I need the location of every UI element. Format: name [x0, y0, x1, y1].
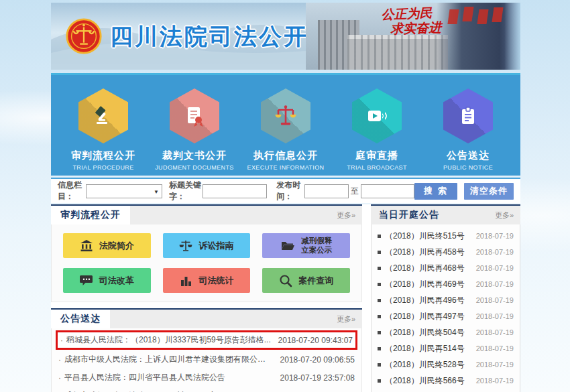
- case-date: 2018-07-19: [476, 280, 514, 288]
- tile-label-en: PUBLIC NOTICE: [424, 164, 512, 171]
- gavel-icon: [91, 104, 115, 128]
- list-item[interactable]: （2018）川民终566号 2018-07-19: [378, 373, 514, 389]
- nav-tile-trial-broadcast[interactable]: 庭审直播 TRIAL BROADCAST: [333, 88, 421, 176]
- case-number: （2018）川民再497号: [385, 311, 465, 322]
- case-date: 2018-07-19: [476, 361, 514, 369]
- banner-fade: [504, 3, 520, 70]
- scales-icon: [273, 103, 298, 129]
- hearings-list: （2018）川民终515号 2018-07-19 （2018）川民再458号 2…: [371, 224, 520, 392]
- case-date: 2018-07-19: [476, 248, 514, 256]
- button-label: 司法改革: [99, 275, 134, 287]
- keyword-label: 标题关键字：: [169, 180, 203, 202]
- tab-trial-procedure[interactable]: 审判流程公开: [51, 206, 130, 224]
- bullet-square-icon: [378, 331, 381, 334]
- court-intro-button[interactable]: 法院简介: [63, 233, 151, 258]
- button-label: 法院简介: [99, 240, 134, 252]
- search-bar: 信息栏目： ▼ 标题关键字： 发布时间： 至 搜 索 清空条件: [51, 179, 520, 203]
- list-item[interactable]: （2018）川民终528号 2018-07-19: [378, 356, 514, 373]
- judicial-statistics-button[interactable]: 司法统计: [163, 268, 251, 293]
- category-select[interactable]: [86, 184, 162, 198]
- bullet-square-icon: [378, 283, 381, 286]
- tab-public-notice[interactable]: 公告送达: [51, 310, 110, 328]
- bullet-square-icon: [378, 299, 381, 302]
- keyword-input[interactable]: [203, 184, 267, 198]
- panel-header: 公告送达 更多»: [51, 308, 362, 328]
- hex-badge: [261, 88, 310, 143]
- list-item[interactable]: （2018）川民终504号 2018-07-19: [378, 324, 514, 340]
- case-number: （2018）川民再458号: [385, 247, 465, 258]
- search-button[interactable]: 搜 索: [414, 183, 457, 200]
- button-label: 司法统计: [198, 275, 233, 287]
- tile-label-en: TRIAL PROCEDURE: [59, 164, 148, 171]
- bullet-square-icon: [378, 379, 381, 383]
- panel-title: 当日开庭公告: [371, 206, 439, 224]
- tile-label-en: TRIAL BROADCAST: [333, 164, 421, 171]
- bullet-square-icon: [378, 235, 381, 238]
- case-number: （2018）川民再468号: [385, 263, 465, 274]
- case-date: 2018-07-19: [476, 264, 514, 272]
- case-query-button[interactable]: 案件查询: [262, 268, 350, 293]
- parole-filing-button[interactable]: 减刑假释 立案公示: [262, 233, 350, 258]
- page-container: 四川法院司法公开网 公正为民 求实奋进: [51, 0, 520, 392]
- court-building-icon: [80, 239, 93, 253]
- tile-label-cn: 裁判文书公开: [150, 149, 239, 162]
- case-date: 2018-07-19: [476, 296, 514, 304]
- case-date: 2018-07-19: [476, 312, 514, 320]
- list-item[interactable]: （2018）川民再458号 2018-07-19: [378, 244, 514, 260]
- more-link[interactable]: 更多»: [337, 314, 362, 324]
- clear-conditions-button[interactable]: 清空条件: [464, 183, 514, 200]
- bullet-square-icon: [378, 315, 381, 318]
- case-number: （2018）川民再469号: [385, 279, 465, 290]
- nav-tile-trial-procedure[interactable]: 审判流程公开 TRIAL PROCEDURE: [59, 88, 148, 176]
- case-number: （2018）川民终504号: [385, 327, 465, 338]
- list-item[interactable]: · 成都市武侯区人民法院：(2018)川0107民初6041号... 2018-…: [56, 387, 357, 392]
- tile-label-en: JUDGMENT DOCUMENTS: [150, 164, 239, 171]
- list-item[interactable]: （2018）川民再469号 2018-07-19: [378, 276, 514, 292]
- nav-tile-judgment-documents[interactable]: 裁判文书公开 JUDGMENT DOCUMENTS: [150, 88, 239, 176]
- more-link[interactable]: 更多»: [337, 210, 362, 220]
- date-from-input[interactable]: [304, 184, 349, 198]
- video-camera-icon: [364, 103, 390, 129]
- more-link[interactable]: 更多»: [495, 210, 520, 220]
- hex-badge: [78, 88, 128, 143]
- list-item[interactable]: （2018）川民再514号 2018-07-19: [378, 340, 514, 356]
- tile-label-cn: 执行信息公开: [241, 149, 330, 162]
- folder-icon: [280, 239, 295, 253]
- nav-tile-execute-information[interactable]: 执行信息公开 EXECUTE INFORMATION: [241, 88, 330, 176]
- list-item[interactable]: （2018）川民再496号 2018-07-19: [378, 292, 514, 308]
- scales-icon: [179, 239, 192, 253]
- list-item-highlighted[interactable]: · 稻城县人民法院：（2018）川3337民初59号原告彭措格... 2018-…: [56, 330, 357, 350]
- date-to-input[interactable]: [361, 184, 414, 198]
- list-item[interactable]: · 成都市中级人民法院：上诉人四川君羊建设集团有限公司与被上诉... 2018-…: [56, 350, 357, 369]
- tile-label-cn: 审判流程公开: [59, 149, 148, 162]
- today-hearings-panel: 当日开庭公告 更多» （2018）川民终515号 2018-07-19 （201…: [371, 204, 520, 392]
- list-item[interactable]: （2018）川民再497号 2018-07-19: [378, 308, 514, 324]
- nav-tile-public-notice[interactable]: 公告送达 PUBLIC NOTICE: [424, 88, 512, 176]
- litigation-guide-button[interactable]: 诉讼指南: [163, 233, 251, 258]
- case-number: （2018）川民再514号: [385, 343, 465, 354]
- trial-procedure-panel: 审判流程公开 更多» 法院简介: [51, 204, 362, 302]
- courthouse-photo: 公正为民 求实奋进: [306, 3, 520, 70]
- case-number: （2018）川民终515号: [385, 231, 465, 242]
- date-to-label: 至: [351, 186, 359, 197]
- notice-text: 稻城县人民法院：（2018）川3337民初59号原告彭措格...: [66, 334, 272, 346]
- bullet-icon: ·: [58, 373, 61, 383]
- bullet-icon: ·: [58, 355, 61, 365]
- left-column: 审判流程公开 更多» 法院简介: [51, 204, 362, 392]
- tile-label-en: EXECUTE INFORMATION: [241, 164, 330, 171]
- hex-badge: [352, 88, 402, 143]
- panel-header: 当日开庭公告 更多»: [371, 204, 520, 224]
- case-number: （2018）川民再496号: [385, 295, 465, 306]
- list-item[interactable]: · 平昌县人民法院：四川省平昌县人民法院公告 2018-07-19 23:57:…: [56, 369, 357, 387]
- judicial-reform-button[interactable]: 司法改革: [63, 268, 151, 293]
- trial-buttons-grid: 法院简介 诉讼指南: [51, 224, 362, 302]
- case-number: （2018）川民终528号: [385, 359, 465, 371]
- case-date: 2018-07-19: [476, 344, 514, 352]
- bullet-square-icon: [378, 363, 381, 367]
- right-column: 当日开庭公告 更多» （2018）川民终515号 2018-07-19 （201…: [371, 204, 520, 392]
- tile-label-cn: 公告送达: [424, 149, 512, 162]
- calligraphy-motto: 公正为民 求实奋进: [372, 5, 441, 38]
- list-item[interactable]: （2018）川民终515号 2018-07-19: [378, 228, 514, 244]
- list-item[interactable]: （2018）川民再468号 2018-07-19: [378, 260, 514, 276]
- red-flag-icon: [477, 9, 488, 24]
